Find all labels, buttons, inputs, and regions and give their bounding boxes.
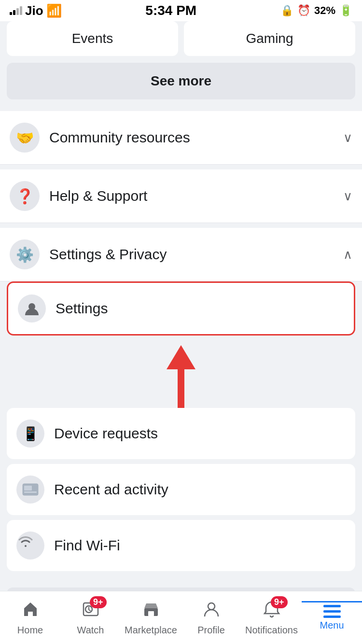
community-resources-chevron: ∨	[343, 130, 352, 145]
nav-menu[interactable]: Menu	[302, 601, 362, 635]
gaming-card[interactable]: Gaming	[184, 21, 355, 56]
nav-watch[interactable]: 9+ Watch	[60, 596, 121, 640]
profile-icon	[202, 600, 221, 623]
status-left: Jio 📶	[10, 3, 62, 18]
profile-nav-label: Profile	[197, 625, 225, 636]
settings-privacy-left: ⚙️ Settings & Privacy	[10, 239, 167, 269]
settings-user-icon	[18, 294, 46, 322]
settings-sub-item[interactable]: Settings	[7, 281, 355, 336]
community-resources-label: Community resources	[49, 129, 190, 146]
nav-profile[interactable]: Profile	[181, 596, 241, 640]
notifications-icon: 9+	[263, 600, 281, 623]
find-wifi-sub-item[interactable]: Find Wi-Fi	[7, 520, 355, 571]
menu-nav-label: Menu	[320, 620, 344, 631]
top-cards-row: Events Gaming	[0, 21, 362, 63]
status-right: 🔒 ⏰ 32% 🔋	[280, 4, 352, 17]
svg-rect-7	[148, 611, 154, 616]
main-content: Events Gaming See more 🤝 Community resou…	[0, 21, 362, 644]
recent-ad-label: Recent ad activity	[54, 481, 168, 498]
settings-label: Settings	[56, 300, 108, 317]
events-label: Events	[72, 31, 113, 46]
svg-rect-2	[24, 486, 32, 490]
notifications-nav-label: Notifications	[245, 625, 298, 636]
marketplace-icon	[142, 600, 160, 623]
recent-ad-sub-item[interactable]: Recent ad activity	[7, 464, 355, 515]
section-divider	[0, 106, 362, 111]
nav-notifications[interactable]: 9+ Notifications	[241, 596, 302, 640]
svg-rect-3	[24, 491, 37, 493]
watch-icon: 9+	[82, 600, 100, 623]
see-more-button[interactable]: See more	[7, 63, 355, 99]
lock-icon: 🔒	[280, 4, 293, 17]
community-resources-row[interactable]: 🤝 Community resources ∨	[0, 111, 362, 165]
find-wifi-label: Find Wi-Fi	[54, 537, 120, 554]
nav-marketplace[interactable]: Marketplace	[121, 596, 181, 640]
community-resources-icon: 🤝	[10, 123, 40, 153]
settings-privacy-row[interactable]: ⚙️ Settings & Privacy ∧	[0, 228, 362, 281]
red-arrow-up	[167, 345, 195, 408]
events-card[interactable]: Events	[7, 21, 178, 56]
section-divider-3	[0, 223, 362, 228]
help-support-chevron: ∨	[343, 189, 352, 204]
help-support-label: Help & Support	[49, 188, 147, 204]
wifi-status-icon: 📶	[46, 3, 62, 18]
settings-expanded-section: Settings 📱 Device requests Recent ad	[0, 281, 362, 581]
device-requests-sub-item[interactable]: 📱 Device requests	[7, 408, 355, 459]
gaming-label: Gaming	[246, 31, 293, 46]
battery-icon: 🔋	[339, 4, 352, 17]
help-support-left: ❓ Help & Support	[10, 181, 147, 211]
home-icon	[21, 600, 40, 623]
see-more-label: See more	[151, 73, 211, 88]
section-divider-2	[0, 165, 362, 169]
svg-point-8	[208, 603, 215, 610]
watch-nav-label: Watch	[77, 625, 104, 636]
arrow-shaft	[178, 369, 184, 408]
carrier-label: Jio	[25, 3, 43, 18]
watch-badge: 9+	[90, 596, 107, 608]
hamburger-icon	[323, 605, 341, 618]
recent-ad-icon	[16, 476, 44, 504]
home-nav-label: Home	[17, 625, 43, 636]
menu-icon	[323, 605, 341, 618]
notifications-badge: 9+	[271, 596, 288, 608]
alarm-icon: ⏰	[297, 4, 310, 17]
help-support-icon: ❓	[10, 181, 40, 211]
community-resources-left: 🤝 Community resources	[10, 123, 190, 153]
red-arrow-container	[0, 340, 362, 408]
status-bar: Jio 📶 5:34 PM 🔒 ⏰ 32% 🔋	[0, 0, 362, 21]
settings-privacy-chevron: ∧	[343, 247, 352, 262]
find-wifi-icon	[16, 532, 44, 560]
device-requests-icon: 📱	[16, 420, 44, 448]
status-time: 5:34 PM	[145, 3, 196, 18]
arrow-head	[167, 345, 195, 369]
marketplace-nav-label: Marketplace	[125, 625, 177, 636]
signal-icon	[10, 6, 22, 15]
nav-home[interactable]: Home	[0, 596, 60, 640]
battery-label: 32%	[314, 4, 335, 17]
settings-privacy-label: Settings & Privacy	[49, 246, 167, 263]
help-support-row[interactable]: ❓ Help & Support ∨	[0, 169, 362, 223]
bottom-nav: Home 9+ Watch Marketplace	[0, 591, 362, 644]
settings-privacy-icon: ⚙️	[10, 239, 40, 269]
device-requests-label: Device requests	[54, 425, 158, 442]
